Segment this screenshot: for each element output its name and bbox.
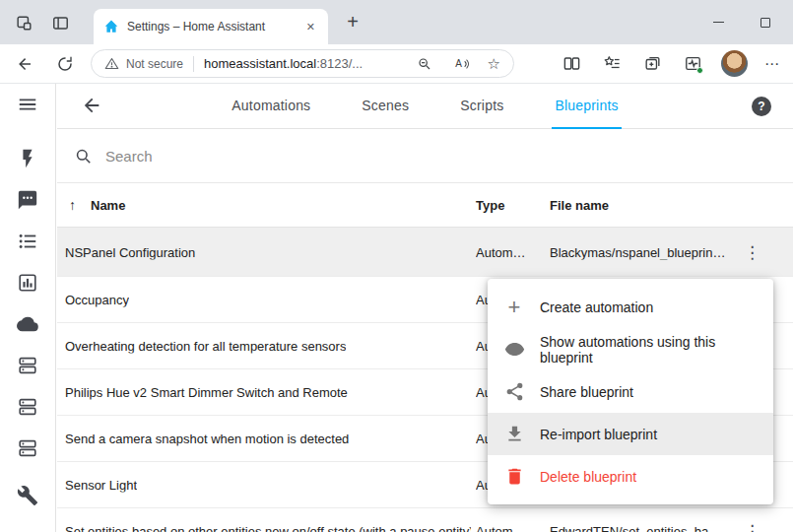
address-bar[interactable]: Not secure homeassistant.local:8123/... … — [91, 49, 514, 78]
not-secure-warning-icon[interactable] — [104, 56, 119, 71]
column-header-type[interactable]: Type — [476, 198, 504, 213]
column-header-file[interactable]: File name — [550, 198, 609, 213]
browser-navbar: Not secure homeassistant.local:8123/... … — [0, 44, 793, 84]
tab-scenes[interactable]: Scenes — [359, 84, 412, 129]
row-type: Autom… — [476, 524, 526, 532]
row-name: Occupancy — [65, 293, 129, 307]
new-tab-button[interactable]: + — [339, 10, 366, 35]
search-input[interactable] — [105, 148, 421, 165]
home-assistant-favicon — [103, 19, 119, 34]
wrench-icon[interactable] — [16, 484, 39, 507]
favorite-star-icon[interactable]: ☆ — [488, 56, 500, 71]
tab-title: Settings – Home Assistant — [127, 20, 296, 33]
cloud-icon[interactable] — [16, 312, 39, 336]
row-type: Autom… — [476, 244, 526, 259]
menu-item-label: Create automation — [540, 299, 653, 315]
row-name: Philips Hue v2 Smart Dimmer Switch and R… — [65, 385, 348, 400]
sort-ascending-icon[interactable]: ↑ — [69, 197, 76, 213]
sidebar-menu-icon[interactable] — [16, 93, 39, 116]
tab-actions-icon[interactable] — [48, 11, 72, 34]
chart-icon[interactable] — [16, 271, 39, 295]
server-icon[interactable] — [16, 436, 39, 460]
search-bar — [57, 129, 793, 183]
row-name: Sensor Light — [65, 478, 137, 493]
row-name: Set entities based on other entities new… — [65, 524, 471, 532]
ha-sidebar — [0, 84, 56, 532]
row-file: Blackymas/nspanel_blueprin… — [550, 244, 725, 259]
browser-titlebar: Settings – Home Assistant ✕ + — [0, 0, 793, 44]
help-icon[interactable]: ? — [752, 97, 771, 116]
menu-item-reimport-blueprint[interactable]: Re-import blueprint — [488, 413, 773, 455]
table-row[interactable]: Set entities based on other entities new… — [57, 508, 793, 532]
menu-item-label: Share blueprint — [540, 384, 633, 400]
menu-item-share-blueprint[interactable]: Share blueprint — [488, 370, 773, 413]
blueprint-context-menu: + Create automation Show automations usi… — [488, 279, 773, 504]
menu-item-delete-blueprint[interactable]: Delete blueprint — [488, 455, 773, 498]
split-screen-icon[interactable] — [560, 52, 583, 76]
read-aloud-icon[interactable]: A — [450, 52, 474, 76]
ha-back-button[interactable] — [81, 95, 104, 118]
trash-icon — [502, 465, 526, 489]
plus-icon: + — [502, 296, 526, 319]
url-text: homeassistant.local:8123/... — [204, 56, 363, 71]
search-icon — [74, 147, 93, 166]
browser-window: Settings – Home Assistant ✕ + Not secure… — [0, 0, 793, 532]
address-separator — [193, 56, 194, 72]
profile-avatar[interactable] — [721, 50, 748, 77]
essentials-status-dot — [696, 67, 703, 74]
list-icon[interactable] — [16, 230, 39, 253]
tab-scripts[interactable]: Scripts — [457, 84, 506, 129]
row-overflow-icon[interactable]: ⋮ — [744, 241, 760, 262]
zoom-out-icon[interactable] — [413, 52, 436, 76]
table-row[interactable]: NSPanel Configuration Autom… Blackymas/n… — [57, 228, 793, 277]
svg-text:A: A — [455, 58, 462, 69]
browser-essentials-icon[interactable] — [681, 52, 704, 76]
eye-icon — [502, 338, 526, 362]
window-minimize-button[interactable] — [701, 0, 735, 44]
browser-menu-icon[interactable]: ⋯ — [764, 55, 780, 73]
row-name: Overheating detection for all temperatur… — [65, 339, 346, 354]
ha-topbar: Automations Scenes Scripts Blueprints ? — [57, 84, 793, 129]
favorites-icon[interactable] — [600, 52, 624, 76]
column-header-name[interactable]: Name — [91, 198, 125, 213]
browser-tab[interactable]: Settings – Home Assistant ✕ — [94, 9, 328, 44]
chat-icon[interactable] — [16, 188, 39, 212]
collections-icon[interactable] — [640, 52, 664, 76]
download-icon — [502, 423, 526, 446]
tab-blueprints[interactable]: Blueprints — [552, 84, 621, 129]
server-icon[interactable] — [16, 354, 39, 377]
browser-back-button[interactable] — [13, 52, 36, 76]
menu-item-label: Show automations using this blueprint — [540, 334, 759, 366]
row-name: NSPanel Configuration — [65, 244, 195, 259]
menu-item-label: Delete blueprint — [540, 469, 636, 485]
refresh-button[interactable] — [53, 52, 77, 76]
row-file: EdwardTEN/set_entities_ba… — [550, 524, 721, 532]
workspaces-icon[interactable] — [12, 11, 35, 34]
ha-tab-bar: Automations Scenes Scripts Blueprints — [57, 84, 793, 129]
table-header: ↑ Name Type File name — [57, 183, 793, 228]
menu-item-create-automation[interactable]: + Create automation — [488, 286, 773, 328]
share-icon — [502, 380, 526, 404]
server-icon[interactable] — [16, 395, 39, 419]
row-overflow-icon[interactable]: ⋮ — [744, 521, 760, 532]
row-name: Send a camera snapshot when motion is de… — [65, 432, 349, 446]
tab-automations[interactable]: Automations — [229, 84, 313, 129]
menu-item-show-automations[interactable]: Show automations using this blueprint — [488, 328, 773, 370]
bolt-icon[interactable] — [16, 147, 39, 170]
menu-item-label: Re-import blueprint — [540, 427, 657, 442]
tab-close-icon[interactable]: ✕ — [303, 20, 318, 34]
security-label: Not secure — [126, 57, 183, 71]
window-maximize-button[interactable] — [749, 0, 782, 44]
